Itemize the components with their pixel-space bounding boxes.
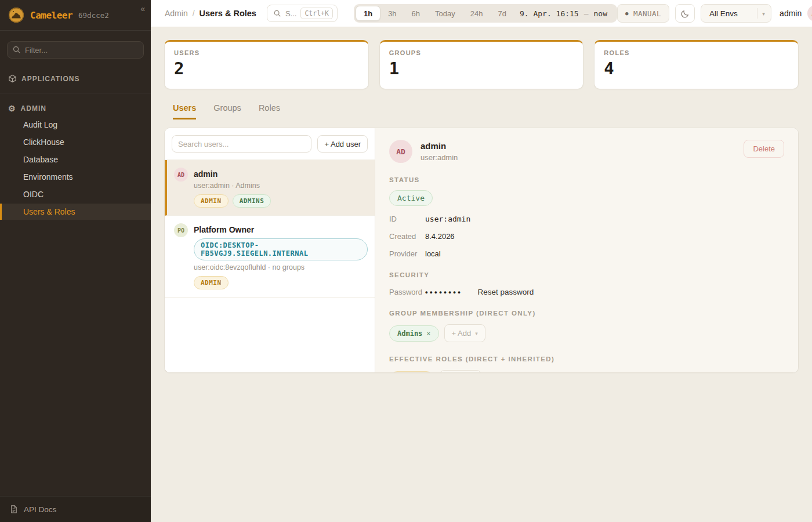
time-range-control: 1h 3h 6h Today 24h 7d 9. Apr. 16:15 — no… <box>354 4 617 23</box>
moon-icon <box>680 9 690 19</box>
user-detail-panel: AD admin user:admin Delete STATUS Active… <box>375 128 798 372</box>
gear-icon: ⚙ <box>8 104 16 113</box>
stat-label: GROUPS <box>389 49 574 56</box>
environment-select-value: All Envs <box>709 9 752 18</box>
stat-card-roles: ROLES 4 <box>594 40 799 89</box>
role-badge: ADMIN <box>194 276 229 289</box>
search-placeholder-text: S... <box>285 9 297 18</box>
sidebar-item-environments[interactable]: Environments <box>0 169 151 185</box>
add-user-button[interactable]: + Add user <box>317 135 368 153</box>
time-range-1h[interactable]: 1h <box>356 6 380 21</box>
admin-nav: Audit Log ClickHouse Database Environmen… <box>0 115 151 221</box>
time-display[interactable]: 9. Apr. 16:15 — now <box>514 9 615 18</box>
delete-user-button[interactable]: Delete <box>744 140 784 158</box>
topbar-right-group: ● MANUAL All Envs ▾ admin AD <box>617 4 812 23</box>
sidebar-item-users-roles[interactable]: Users & Roles <box>0 204 151 220</box>
user-meta: user:oidc:8evzqofluhld · no groups <box>194 263 368 271</box>
password-mask: •••••••• <box>425 288 462 296</box>
field-label: Created <box>389 232 425 241</box>
reset-password-link[interactable]: Reset password <box>477 288 534 296</box>
oidc-badge-line: OIDC:DESKTOP-FB5VGJ9.SIEGELN.INTERNAL <box>194 238 368 260</box>
current-user-avatar[interactable]: AD <box>807 5 812 21</box>
sidebar-section-label: APPLICATIONS <box>21 75 79 83</box>
stat-label: USERS <box>174 49 359 56</box>
sidebar-spacer <box>0 221 151 496</box>
refresh-mode-label: MANUAL <box>633 9 661 18</box>
remove-chip-icon[interactable]: × <box>426 329 430 338</box>
sidebar-collapse-icon[interactable]: « <box>140 5 145 13</box>
sidebar-header: Cameleer 69dcce2 « <box>0 0 151 31</box>
password-row: Password •••••••• Reset password <box>389 288 784 296</box>
time-range-6h[interactable]: 6h <box>404 6 427 21</box>
time-range-7d[interactable]: 7d <box>490 6 513 21</box>
time-separator: — <box>584 9 589 18</box>
user-badges: ADMIN ADMINS <box>194 194 368 208</box>
tab-groups[interactable]: Groups <box>213 103 241 119</box>
app-title: Cameleer <box>30 10 72 21</box>
detail-user-name: admin <box>420 141 458 151</box>
breadcrumb-admin[interactable]: Admin <box>165 9 188 18</box>
breadcrumb-separator: / <box>193 9 195 18</box>
environment-select[interactable]: All Envs ▾ <box>701 4 771 23</box>
sidebar-item-audit-log[interactable]: Audit Log <box>0 117 151 133</box>
effective-roles-heading: EFFECTIVE ROLES (DIRECT + INHERITED) <box>389 356 784 362</box>
time-range-24h[interactable]: 24h <box>463 6 491 21</box>
tabs: Users Groups Roles <box>164 103 799 119</box>
sidebar-section-label: ADMIN <box>21 104 46 113</box>
chevron-down-icon: ▾ <box>757 8 765 19</box>
tab-roles[interactable]: Roles <box>259 103 280 119</box>
page-content: USERS 2 GROUPS 1 ROLES 4 Users Groups Ro… <box>151 27 812 522</box>
user-name: Platform Owner <box>194 225 368 234</box>
field-label: Provider <box>389 249 425 258</box>
build-id: 69dcce2 <box>78 11 109 20</box>
time-range-today[interactable]: Today <box>427 6 463 21</box>
user-row-body: Platform Owner OIDC:DESKTOP-FB5VGJ9.SIEG… <box>194 223 368 289</box>
field-row-provider: Provider local <box>389 249 784 258</box>
current-user-name: admin <box>780 9 802 18</box>
user-list-item-admin[interactable]: AD admin user:admin · Admins ADMIN ADMIN… <box>165 160 375 216</box>
stat-value: 4 <box>604 59 789 78</box>
breadcrumb-current: Users & Roles <box>200 9 256 18</box>
status-heading: STATUS <box>389 176 784 183</box>
global-search-button[interactable]: S... Ctrl+K <box>267 5 338 22</box>
role-badge: ADMIN <box>194 194 229 208</box>
api-docs-link[interactable]: API Docs <box>0 496 151 522</box>
field-row-created: Created 8.4.2026 <box>389 232 784 241</box>
sidebar-section-applications[interactable]: APPLICATIONS <box>0 71 151 86</box>
users-panel: + Add user AD admin user:admin · Admins … <box>164 128 799 373</box>
detail-identity: admin user:admin <box>420 141 458 162</box>
tab-users[interactable]: Users <box>173 103 196 119</box>
time-range-3h[interactable]: 3h <box>380 6 404 21</box>
refresh-mode-button[interactable]: ● MANUAL <box>617 4 669 23</box>
time-start: 9. Apr. 16:15 <box>520 9 579 18</box>
stat-label: ROLES <box>604 49 789 56</box>
stat-card-groups: GROUPS 1 <box>379 40 584 89</box>
user-badges: ADMIN <box>194 276 368 289</box>
sidebar-filter <box>7 41 144 59</box>
document-icon <box>9 505 18 514</box>
sidebar-section-admin[interactable]: ⚙ ADMIN <box>0 102 151 115</box>
field-value: local <box>425 249 441 258</box>
search-icon <box>12 45 21 54</box>
stats-row: USERS 2 GROUPS 1 ROLES 4 <box>164 40 799 89</box>
search-icon <box>273 9 281 17</box>
sidebar-item-oidc[interactable]: OIDC <box>0 186 151 202</box>
cube-icon <box>8 74 17 83</box>
status-dot-icon: ● <box>625 10 629 16</box>
add-group-button[interactable]: + Add ▾ <box>444 324 485 342</box>
field-row-id: ID user:admin <box>389 215 784 223</box>
sidebar-item-clickhouse[interactable]: ClickHouse <box>0 134 151 150</box>
sidebar-filter-input[interactable] <box>7 41 144 59</box>
search-users-input[interactable] <box>172 135 311 153</box>
group-badge: ADMINS <box>233 194 271 208</box>
theme-toggle-button[interactable] <box>675 4 695 23</box>
add-role-button[interactable]: + Add ▾ <box>440 370 481 372</box>
sidebar-item-database[interactable]: Database <box>0 151 151 168</box>
sidebar-divider <box>0 93 151 93</box>
oidc-provider-badge: OIDC:DESKTOP-FB5VGJ9.SIEGELN.INTERNAL <box>194 238 368 260</box>
avatar: AD <box>389 140 412 163</box>
user-list-item-platform-owner[interactable]: PO Platform Owner OIDC:DESKTOP-FB5VGJ9.S… <box>165 216 375 298</box>
stat-value: 2 <box>174 59 359 78</box>
field-label: ID <box>389 215 425 223</box>
user-list-toolbar: + Add user <box>165 128 375 160</box>
